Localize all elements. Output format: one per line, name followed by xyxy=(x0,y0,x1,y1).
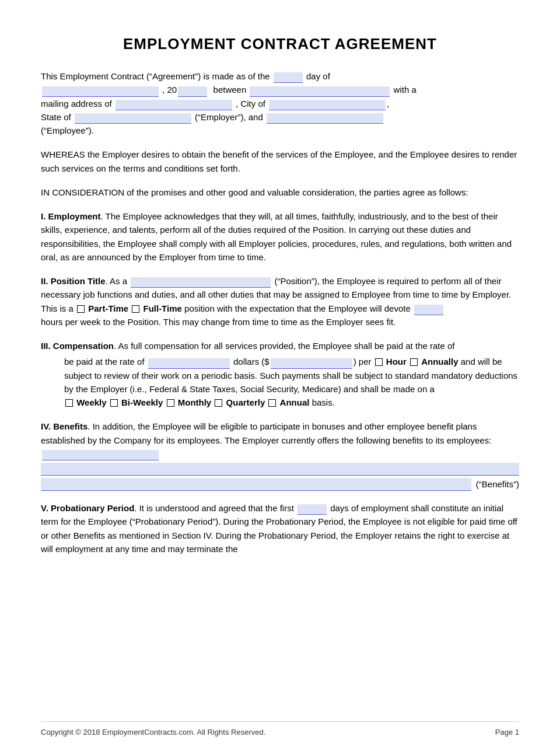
section2-pre: . As a xyxy=(106,276,128,286)
monthly-label: Monthly xyxy=(178,397,212,407)
section2-mid: position with the expectation that the E… xyxy=(184,303,411,313)
with-a: with a xyxy=(394,85,416,95)
intro-paragraph: This Employment Contract (“Agreement”) i… xyxy=(41,69,519,137)
section3-paragraph: III. Compensation. As full compensation … xyxy=(41,339,519,409)
benefits-line3-row: (“Benefits”) xyxy=(41,476,519,491)
state-field[interactable] xyxy=(75,113,191,124)
month-year-field[interactable] xyxy=(42,86,159,97)
document-page: EMPLOYMENT CONTRACT AGREEMENT This Emplo… xyxy=(0,0,560,754)
annually-label: Annually xyxy=(421,357,458,366)
section4-pre: . In addition, the Employee will be elig… xyxy=(41,421,491,445)
fulltime-checkbox[interactable] xyxy=(132,305,139,313)
whereas-text: WHEREAS the Employer desires to obtain t… xyxy=(41,149,517,173)
section2-end: hours per week to the Position. This may… xyxy=(41,317,396,327)
section5-pre: . It is understood and agreed that the f… xyxy=(134,503,294,513)
parttime-label: Part-Time xyxy=(88,303,128,313)
footer-copyright: Copyright © 2018 EmploymentContracts.com… xyxy=(41,728,265,736)
annual2-checkbox[interactable] xyxy=(268,399,276,407)
intro-line1-pre: This Employment Contract (“Agreement”) i… xyxy=(41,71,270,81)
address-pre: mailing address of xyxy=(41,99,112,109)
weekly-label: Weekly xyxy=(76,397,106,407)
quarterly-checkbox[interactable] xyxy=(215,399,222,407)
benefits-field2[interactable] xyxy=(41,463,519,476)
dollars-label: dollars ($ xyxy=(233,357,270,366)
fulltime-label: Full-Time xyxy=(143,303,181,313)
benefits-field3[interactable] xyxy=(41,478,471,491)
rate-field[interactable] xyxy=(148,358,230,369)
quarterly-label: Quarterly xyxy=(226,397,265,407)
intro-line1-mid: day of xyxy=(306,71,330,81)
city-field[interactable] xyxy=(269,100,386,110)
address-field[interactable] xyxy=(116,100,232,110)
hour-checkbox[interactable] xyxy=(375,358,383,366)
document-title: EMPLOYMENT CONTRACT AGREEMENT xyxy=(41,35,519,53)
position-title-field[interactable] xyxy=(131,277,271,288)
section3-indent: be paid at the rate of dollars ($) per H… xyxy=(41,355,519,409)
footer-page: Page 1 xyxy=(495,728,519,736)
section3-end: basis. xyxy=(312,397,335,407)
section1-text: . The Employee acknowledges that they wi… xyxy=(41,211,512,262)
employer-label: (“Employer”), and xyxy=(195,112,263,122)
biweekly-checkbox[interactable] xyxy=(110,399,118,407)
section5-paragraph: V. Probationary Period. It is understood… xyxy=(41,501,519,556)
year-pre: , 20 xyxy=(162,85,177,95)
section2-paragraph: II. Position Title. As a (“Position”), t… xyxy=(41,274,519,329)
probation-days-field[interactable] xyxy=(298,504,327,515)
dollars-field[interactable] xyxy=(271,358,352,369)
year-field[interactable] xyxy=(178,86,207,97)
section2-heading: II. Position Title xyxy=(41,276,106,286)
footer: Copyright © 2018 EmploymentContracts.com… xyxy=(41,721,519,736)
benefits-field1[interactable] xyxy=(42,450,159,460)
hours-field[interactable] xyxy=(414,305,443,315)
day-field[interactable] xyxy=(274,72,303,83)
monthly-checkbox[interactable] xyxy=(167,399,174,407)
section3-pre: . As full compensation for all services … xyxy=(114,341,455,351)
weekly-checkbox[interactable] xyxy=(65,399,73,407)
whereas-paragraph: WHEREAS the Employer desires to obtain t… xyxy=(41,148,519,175)
section3-heading: III. Compensation xyxy=(41,341,114,351)
between-label: between xyxy=(214,85,247,95)
section4-paragraph: IV. Benefits. In addition, the Employee … xyxy=(41,420,519,491)
employee-name-field[interactable] xyxy=(267,113,383,124)
employee-label: (“Employee”). xyxy=(41,125,94,135)
party1-field[interactable] xyxy=(250,86,390,97)
annually-checkbox[interactable] xyxy=(410,358,418,366)
section4-heading: IV. Benefits xyxy=(41,421,88,431)
annual2-label: Annual xyxy=(280,397,310,407)
city-of: , City of xyxy=(236,99,265,109)
consideration-paragraph: IN CONSIDERATION of the promises and oth… xyxy=(41,186,519,199)
consideration-text: IN CONSIDERATION of the promises and oth… xyxy=(41,187,468,197)
section1-heading: I. Employment xyxy=(41,211,101,221)
section1-paragraph: I. Employment. The Employee acknowledges… xyxy=(41,210,519,264)
hour-label: Hour xyxy=(386,357,407,366)
parttime-checkbox[interactable] xyxy=(77,305,85,313)
benefits-label: (“Benefits”) xyxy=(476,477,519,491)
section3-be-paid: be paid at the rate of xyxy=(64,357,145,366)
biweekly-label: Bi-Weekly xyxy=(121,397,163,407)
state-of: State of xyxy=(41,112,71,122)
section5-heading: V. Probationary Period xyxy=(41,503,134,513)
